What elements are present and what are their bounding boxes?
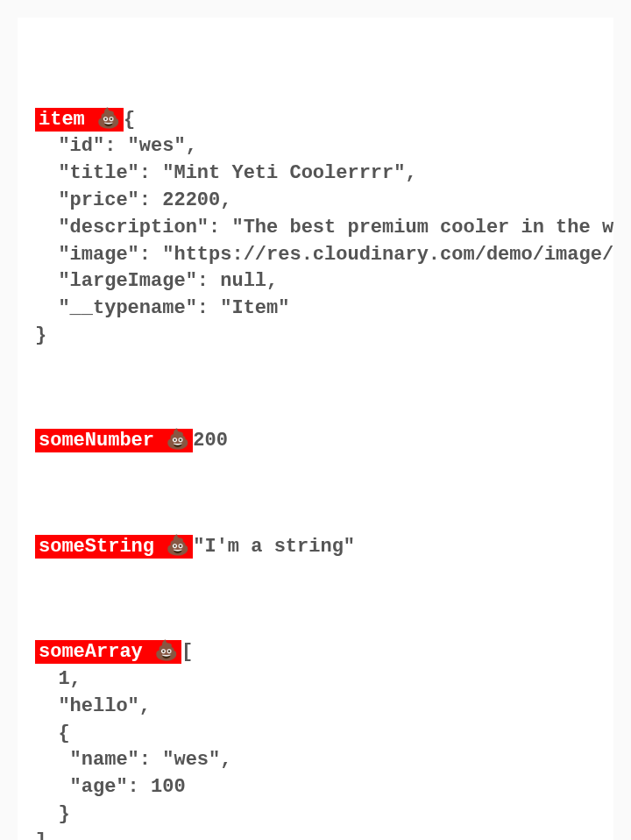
dump-content-someString: "I'm a string": [193, 536, 355, 558]
dump-block-item: item 💩{ "id": "wes", "title": "Mint Yeti…: [35, 107, 606, 350]
dump-block-someString: someString 💩"I'm a string": [35, 534, 606, 561]
dump-label-someString: someString 💩: [35, 535, 193, 559]
dump-label-someNumber: someNumber 💩: [35, 429, 193, 452]
dump-content-item: { "id": "wes", "title": "Mint Yeti Coole…: [35, 109, 613, 346]
dump-label-someArray: someArray 💩: [35, 640, 181, 664]
dump-block-someNumber: someNumber 💩200: [35, 428, 606, 455]
dump-label-item: item 💩: [35, 108, 124, 132]
dump-block-someArray: someArray 💩[ 1, "hello", { "name": "wes"…: [35, 639, 606, 840]
debug-dump-container: item 💩{ "id": "wes", "title": "Mint Yeti…: [18, 18, 613, 840]
dump-content-someArray: [ 1, "hello", { "name": "wes", "age": 10…: [35, 641, 231, 840]
dump-content-someNumber: 200: [193, 430, 228, 452]
